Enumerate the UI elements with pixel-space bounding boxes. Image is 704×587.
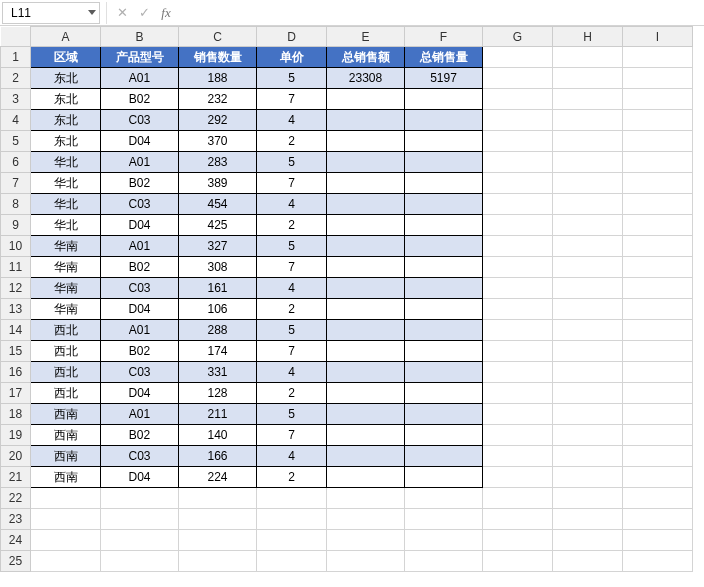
cell[interactable] bbox=[623, 551, 693, 572]
cell[interactable]: A01 bbox=[101, 404, 179, 425]
cell[interactable]: 425 bbox=[179, 215, 257, 236]
cell[interactable] bbox=[405, 299, 483, 320]
column-header[interactable]: D bbox=[257, 27, 327, 47]
cell[interactable]: D04 bbox=[101, 131, 179, 152]
cell[interactable]: B02 bbox=[101, 341, 179, 362]
cell[interactable] bbox=[405, 425, 483, 446]
cell[interactable]: 370 bbox=[179, 131, 257, 152]
cell[interactable]: 308 bbox=[179, 257, 257, 278]
cell[interactable]: 454 bbox=[179, 194, 257, 215]
row-header[interactable]: 2 bbox=[1, 68, 31, 89]
row-header[interactable]: 19 bbox=[1, 425, 31, 446]
cell[interactable] bbox=[405, 446, 483, 467]
select-all-corner[interactable] bbox=[1, 27, 31, 47]
cell[interactable] bbox=[405, 530, 483, 551]
cell[interactable]: 7 bbox=[257, 257, 327, 278]
cell[interactable] bbox=[553, 425, 623, 446]
cell[interactable] bbox=[483, 404, 553, 425]
cell[interactable] bbox=[405, 278, 483, 299]
cell[interactable]: 西北 bbox=[31, 362, 101, 383]
cell[interactable] bbox=[327, 530, 405, 551]
cell[interactable]: 106 bbox=[179, 299, 257, 320]
cell[interactable] bbox=[405, 488, 483, 509]
cell[interactable] bbox=[623, 362, 693, 383]
cell[interactable] bbox=[623, 383, 693, 404]
cell[interactable]: 东北 bbox=[31, 110, 101, 131]
cell[interactable]: 产品型号 bbox=[101, 47, 179, 68]
cell[interactable]: D04 bbox=[101, 215, 179, 236]
fx-icon[interactable]: fx bbox=[155, 2, 177, 24]
cell[interactable]: 西北 bbox=[31, 341, 101, 362]
cell[interactable] bbox=[31, 551, 101, 572]
cell[interactable]: B02 bbox=[101, 89, 179, 110]
cell[interactable]: 西南 bbox=[31, 425, 101, 446]
cell[interactable] bbox=[553, 68, 623, 89]
cell[interactable] bbox=[327, 215, 405, 236]
cell[interactable] bbox=[553, 446, 623, 467]
cell[interactable]: 23308 bbox=[327, 68, 405, 89]
cell[interactable] bbox=[327, 131, 405, 152]
row-header[interactable]: 23 bbox=[1, 509, 31, 530]
cell[interactable] bbox=[405, 467, 483, 488]
cell[interactable] bbox=[483, 446, 553, 467]
cell[interactable]: 4 bbox=[257, 194, 327, 215]
cell[interactable]: A01 bbox=[101, 320, 179, 341]
cell[interactable]: 总销售量 bbox=[405, 47, 483, 68]
cell[interactable]: 西南 bbox=[31, 404, 101, 425]
cell[interactable]: A01 bbox=[101, 68, 179, 89]
cell[interactable] bbox=[553, 467, 623, 488]
cell[interactable] bbox=[483, 299, 553, 320]
cell[interactable] bbox=[405, 131, 483, 152]
cell[interactable] bbox=[553, 299, 623, 320]
cell[interactable] bbox=[623, 257, 693, 278]
cell[interactable] bbox=[483, 383, 553, 404]
cell[interactable]: 西北 bbox=[31, 383, 101, 404]
cell[interactable]: 西南 bbox=[31, 446, 101, 467]
cell[interactable]: 5 bbox=[257, 236, 327, 257]
cell[interactable] bbox=[327, 152, 405, 173]
cell[interactable]: 华北 bbox=[31, 194, 101, 215]
cell[interactable]: 224 bbox=[179, 467, 257, 488]
cell[interactable] bbox=[553, 152, 623, 173]
spreadsheet-grid[interactable]: ABCDEFGHI1区域产品型号销售数量单价总销售额总销售量2东北A011885… bbox=[0, 26, 704, 572]
cell[interactable]: 140 bbox=[179, 425, 257, 446]
cell[interactable]: 211 bbox=[179, 404, 257, 425]
cell[interactable] bbox=[483, 341, 553, 362]
cell[interactable] bbox=[483, 467, 553, 488]
cell[interactable] bbox=[623, 68, 693, 89]
cell[interactable] bbox=[483, 110, 553, 131]
cell[interactable] bbox=[483, 236, 553, 257]
cell[interactable]: A01 bbox=[101, 236, 179, 257]
cell[interactable] bbox=[327, 257, 405, 278]
cell[interactable]: 161 bbox=[179, 278, 257, 299]
column-header[interactable]: C bbox=[179, 27, 257, 47]
cell[interactable] bbox=[327, 299, 405, 320]
cell[interactable]: 7 bbox=[257, 425, 327, 446]
cell[interactable] bbox=[623, 278, 693, 299]
cell[interactable]: 2 bbox=[257, 299, 327, 320]
row-header[interactable]: 9 bbox=[1, 215, 31, 236]
cell[interactable] bbox=[405, 173, 483, 194]
cell[interactable] bbox=[405, 89, 483, 110]
cell[interactable] bbox=[405, 320, 483, 341]
cell[interactable] bbox=[553, 278, 623, 299]
cell[interactable] bbox=[327, 173, 405, 194]
cell[interactable] bbox=[327, 341, 405, 362]
cell[interactable]: 232 bbox=[179, 89, 257, 110]
cell[interactable]: 2 bbox=[257, 383, 327, 404]
cell[interactable] bbox=[623, 341, 693, 362]
cell[interactable] bbox=[483, 131, 553, 152]
row-header[interactable]: 5 bbox=[1, 131, 31, 152]
cell[interactable]: 331 bbox=[179, 362, 257, 383]
cell[interactable] bbox=[623, 110, 693, 131]
cell[interactable] bbox=[553, 257, 623, 278]
cell[interactable] bbox=[623, 320, 693, 341]
cell[interactable] bbox=[327, 236, 405, 257]
cell[interactable] bbox=[405, 215, 483, 236]
cell[interactable] bbox=[405, 152, 483, 173]
cell[interactable] bbox=[483, 173, 553, 194]
cell[interactable] bbox=[553, 236, 623, 257]
cell[interactable] bbox=[553, 194, 623, 215]
cell[interactable]: B02 bbox=[101, 257, 179, 278]
cell[interactable] bbox=[623, 215, 693, 236]
